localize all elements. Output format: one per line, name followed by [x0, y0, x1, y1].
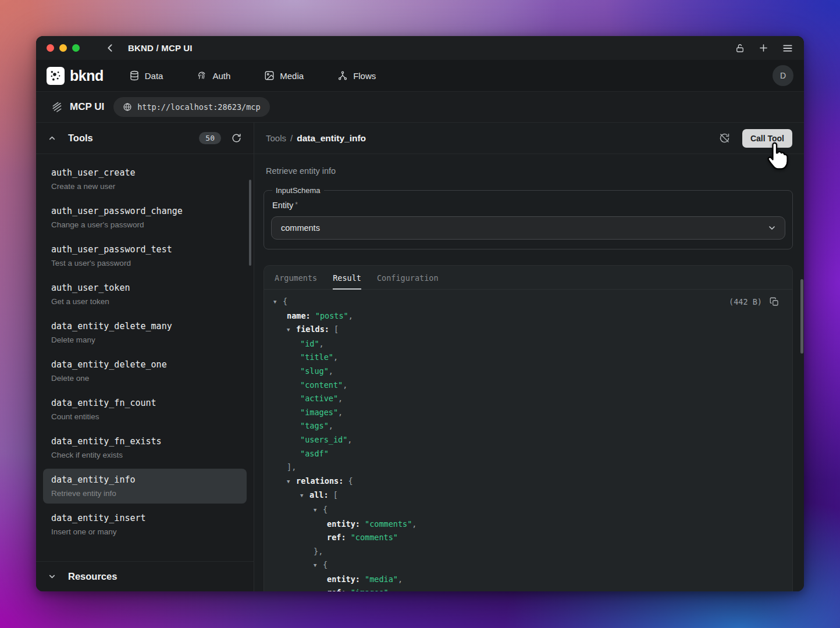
json-segment: ,: [343, 380, 347, 390]
tool-name: data_entity_fn_count: [51, 398, 239, 408]
tool-item[interactable]: auth_user_password_change Change a user'…: [43, 200, 247, 235]
back-button[interactable]: [105, 43, 115, 53]
nav-item-data[interactable]: Data: [129, 70, 163, 81]
collapse-arrow-icon[interactable]: ▼: [300, 489, 309, 503]
tool-desc: Delete many: [51, 336, 239, 344]
tool-desc: Test a user's password: [51, 259, 239, 267]
json-segment: ,: [398, 575, 403, 584]
avatar[interactable]: D: [773, 65, 793, 86]
new-tab-icon[interactable]: [758, 42, 769, 53]
json-line: "users_id",: [273, 433, 792, 447]
tab-configuration[interactable]: Configuration: [377, 266, 439, 290]
tool-list: auth_user_create Create a new user auth_…: [36, 154, 254, 561]
json-segment: ,: [333, 352, 338, 362]
tool-item-selected[interactable]: data_entity_info Retrieve entity info: [43, 469, 247, 504]
collapse-arrow-icon[interactable]: ▼: [287, 475, 296, 489]
json-segment: {: [323, 560, 328, 569]
tool-desc: Retrieve entity info: [51, 489, 239, 498]
json-segment: all:: [309, 490, 329, 499]
tool-item[interactable]: data_entity_fn_exists Check if entity ex…: [43, 430, 247, 465]
json-segment: relations:: [296, 476, 343, 486]
nav-item-media[interactable]: Media: [264, 70, 304, 81]
tab-arguments[interactable]: Arguments: [275, 266, 317, 290]
server-url-pill[interactable]: http://localhost:28623/mcp: [113, 97, 269, 117]
collapse-arrow-icon[interactable]: ▼: [314, 504, 323, 518]
nav-item-flows[interactable]: Flows: [337, 70, 376, 81]
json-tree: ▼{name: "posts",▼fields: ["id","title","…: [273, 295, 792, 591]
json-segment: "images": [300, 408, 338, 417]
tool-desc: Check if entity exists: [51, 451, 239, 459]
app-header: bknd Data Auth Media Flows D: [36, 60, 804, 92]
json-line: ],: [273, 461, 792, 474]
json-line: ▼relations: {: [273, 474, 792, 489]
copy-result-button[interactable]: [769, 297, 780, 307]
json-line: "id",: [273, 337, 792, 351]
json-segment: "comments": [346, 533, 398, 542]
tool-item[interactable]: data_entity_delete_one Delete one: [43, 354, 247, 388]
tools-section-header[interactable]: Tools 50: [36, 123, 254, 154]
nav-item-auth[interactable]: Auth: [197, 70, 230, 81]
window-scrollbar[interactable]: [800, 279, 803, 354]
auto-run-off-button[interactable]: [718, 132, 731, 144]
json-line: "images",: [273, 406, 792, 420]
tool-item[interactable]: auth_user_create Create a new user: [43, 162, 247, 197]
chevron-down-icon: [767, 223, 777, 233]
tool-name: data_entity_info: [51, 474, 239, 485]
menu-icon[interactable]: [782, 42, 793, 54]
result-panel: Arguments Result Configuration (442 B) ▼…: [264, 265, 793, 591]
tool-item[interactable]: data_entity_delete_many Delete many: [43, 315, 247, 350]
json-line: ref: "comments": [273, 531, 792, 545]
json-segment: ,: [412, 519, 417, 529]
tool-desc: Count entities: [51, 412, 239, 421]
breadcrumb-section[interactable]: Tools: [266, 133, 286, 143]
entity-select-value: comments: [281, 223, 320, 233]
collapse-arrow-icon[interactable]: ▼: [273, 295, 283, 309]
json-segment: "comments": [360, 519, 412, 529]
json-segment: [: [329, 490, 338, 499]
main-nav: Data Auth Media Flows: [129, 70, 376, 81]
image-icon: [264, 70, 275, 81]
tool-desc: Delete one: [51, 374, 239, 383]
tool-item[interactable]: auth_user_password_test Test a user's pa…: [43, 238, 247, 273]
json-segment: "id": [300, 339, 319, 348]
tool-item[interactable]: data_entity_insert Insert one or many: [43, 507, 247, 542]
sidebar-scrollbar[interactable]: [249, 180, 251, 266]
call-tool-button[interactable]: Call Tool: [742, 129, 792, 148]
json-line: ▼{: [273, 295, 792, 309]
json-line: entity: "media",: [273, 573, 792, 587]
json-segment: ,: [319, 339, 324, 348]
close-window-button[interactable]: [47, 44, 54, 52]
chevron-down-icon: [48, 572, 56, 581]
tool-name: auth_user_create: [51, 167, 239, 178]
back-chevron-icon: [105, 43, 115, 53]
lock-open-icon[interactable]: [735, 43, 745, 53]
window-title: BKND / MCP UI: [128, 43, 193, 53]
json-line: "asdf": [273, 447, 792, 461]
maximize-window-button[interactable]: [72, 44, 80, 52]
json-line: "content",: [273, 379, 792, 392]
input-schema-legend: InputSchema: [272, 186, 324, 195]
bknd-logo-icon: [47, 67, 65, 85]
entity-select[interactable]: comments: [271, 216, 785, 240]
json-line: name: "posts",: [273, 309, 792, 323]
json-segment: "tags": [300, 421, 329, 430]
minimize-window-button[interactable]: [59, 44, 67, 52]
sidebar: Tools 50 auth_user_create Create a new u…: [36, 123, 254, 591]
tool-name: auth_user_password_change: [51, 206, 239, 216]
tool-item[interactable]: auth_user_token Get a user token: [43, 277, 247, 312]
tab-result[interactable]: Result: [333, 266, 361, 290]
main-panel: Tools/data_entity_info Call Tool Retriev…: [254, 123, 804, 591]
json-segment: ,: [347, 435, 352, 444]
json-segment: ref:: [327, 533, 346, 542]
json-segment: name:: [287, 311, 311, 320]
refresh-tools-button[interactable]: [231, 133, 242, 144]
resources-section-header[interactable]: Resources: [36, 561, 254, 591]
brand[interactable]: bknd: [47, 67, 104, 85]
tool-name: data_entity_delete_many: [51, 321, 239, 331]
collapse-arrow-icon[interactable]: ▼: [314, 559, 323, 573]
entity-field-label: Entity*: [272, 201, 784, 210]
json-segment: [: [329, 324, 339, 334]
tool-item[interactable]: data_entity_fn_count Count entities: [43, 392, 247, 427]
copy-icon: [769, 297, 780, 307]
collapse-arrow-icon[interactable]: ▼: [287, 323, 296, 337]
